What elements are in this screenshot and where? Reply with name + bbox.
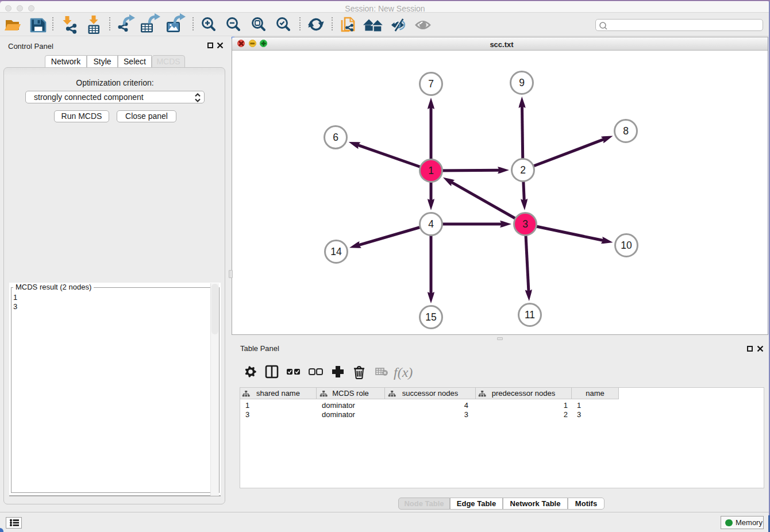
svg-text:9: 9 bbox=[519, 77, 525, 88]
svg-text:1: 1 bbox=[428, 165, 434, 176]
svg-text:7: 7 bbox=[428, 78, 434, 90]
svg-text:4: 4 bbox=[428, 218, 434, 230]
svg-text:6: 6 bbox=[333, 132, 338, 143]
svg-text:3: 3 bbox=[522, 218, 528, 230]
svg-text:2: 2 bbox=[520, 164, 526, 176]
svg-text:10: 10 bbox=[621, 240, 632, 251]
svg-text:15: 15 bbox=[425, 311, 436, 323]
svg-text:f(x): f(x) bbox=[394, 365, 413, 380]
svg-text:8: 8 bbox=[623, 125, 629, 137]
svg-text:14: 14 bbox=[330, 246, 342, 257]
svg-text:11: 11 bbox=[525, 309, 535, 321]
